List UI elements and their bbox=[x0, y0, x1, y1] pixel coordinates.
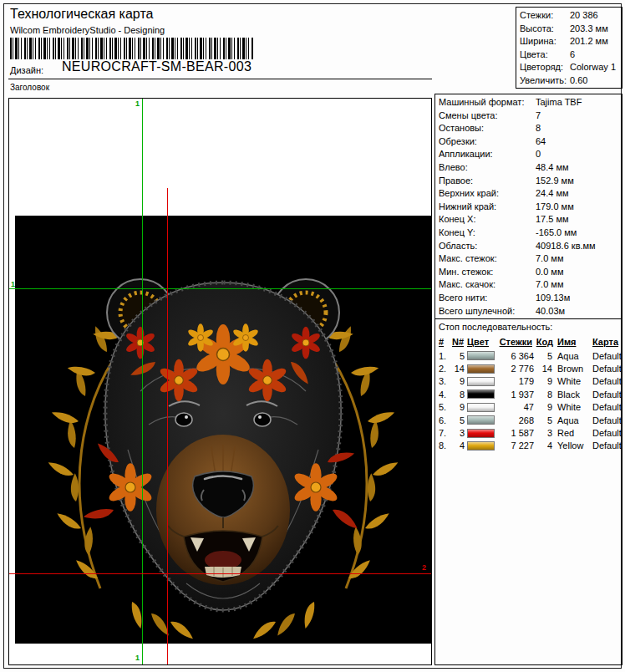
summary-label: Увеличить: bbox=[520, 74, 567, 88]
machine-info-row: Мин. стежок: 0.0 мм bbox=[435, 266, 622, 279]
stop-table-row: 3. 9 179 9 White Default bbox=[435, 375, 622, 388]
col-name: Имя bbox=[554, 337, 589, 347]
thread-name: Brown bbox=[554, 364, 589, 374]
machine-info-row: Влево: 48.4 мм bbox=[435, 161, 622, 175]
summary-label: Стежки: bbox=[520, 9, 553, 23]
machine-info-label: Обрезки: bbox=[439, 135, 477, 149]
thread-color-swatch bbox=[467, 389, 495, 399]
thread-chart: Default bbox=[589, 376, 622, 386]
start-marker-left: 1 bbox=[11, 281, 15, 288]
machine-info-row: Область: 40918.6 кв.мм bbox=[435, 240, 622, 253]
machine-info-row: Смены цвета: 7 bbox=[435, 109, 622, 123]
app-subtitle: Wilcom EmbroideryStudio - Designing bbox=[10, 25, 165, 35]
stop-code: 8 bbox=[537, 389, 554, 400]
start-guide-vertical bbox=[142, 99, 143, 664]
barcode bbox=[10, 38, 254, 59]
thread-chart: Default bbox=[589, 428, 622, 438]
stop-index: 4. bbox=[439, 389, 452, 400]
col-stitches: Стежки bbox=[500, 337, 537, 347]
thread-color-swatch bbox=[467, 403, 495, 412]
stop-code: 4 bbox=[537, 440, 554, 451]
end-guide-vertical bbox=[167, 188, 168, 664]
header-caption: Заголовок bbox=[10, 83, 49, 92]
machine-info-value: 7.0 мм bbox=[536, 278, 563, 292]
end-guide-horizontal bbox=[9, 573, 431, 574]
summary-value: Colorway 1 bbox=[570, 61, 616, 74]
machine-info-label: Аппликации: bbox=[439, 148, 493, 161]
machine-info-list: Машинный формат: Tajima TBF Смены цвета:… bbox=[435, 96, 622, 318]
col-color: Цвет bbox=[467, 337, 499, 347]
thread-name: Aqua bbox=[554, 351, 589, 361]
thread-chart: Default bbox=[589, 440, 622, 451]
machine-info-label: Макс. скачок: bbox=[439, 278, 495, 292]
design-summary-box: Стежки: 20 386 Высота: 203.3 мм Ширина: … bbox=[516, 7, 622, 89]
stop-stitches: 6 364 bbox=[499, 351, 537, 361]
stop-needle: 3 bbox=[452, 428, 467, 438]
machine-info-row: Всего шпулечной: 40.03м bbox=[435, 305, 622, 318]
machine-info-label: Правое: bbox=[439, 175, 473, 188]
thread-name: Black bbox=[554, 389, 589, 400]
stop-code: 3 bbox=[537, 428, 554, 438]
machine-info-row: Остановы: 8 bbox=[435, 122, 622, 135]
machine-info-value: 40918.6 кв.мм bbox=[536, 240, 596, 253]
stop-needle: 5 bbox=[452, 351, 467, 361]
col-map: Карта bbox=[589, 337, 622, 347]
machine-info-label: Верхних край: bbox=[439, 187, 499, 201]
thread-chart: Default bbox=[589, 364, 622, 374]
summary-label: Высота: bbox=[520, 23, 554, 36]
machine-info-value: 17.5 мм bbox=[536, 213, 569, 227]
thread-color-swatch bbox=[467, 415, 495, 425]
stop-needle: 5 bbox=[452, 415, 467, 425]
stop-table-row: 7. 3 1 587 3 Red Default bbox=[435, 426, 622, 439]
stop-table-row: 2. 14 2 776 14 Brown Default bbox=[435, 362, 622, 374]
stop-index: 6. bbox=[439, 415, 452, 425]
stop-table-row: 8. 4 7 227 4 Yellow Default bbox=[435, 440, 622, 452]
machine-info-value: 48.4 мм bbox=[536, 161, 569, 175]
machine-info-row: Всего нити: 109.13м bbox=[435, 292, 622, 305]
thread-name: Red bbox=[554, 428, 589, 438]
machine-info-row: Конец X: 17.5 мм bbox=[435, 213, 622, 227]
thread-chart: Default bbox=[589, 402, 622, 412]
stop-stitches: 268 bbox=[499, 415, 537, 425]
machine-info-value: 64 bbox=[536, 135, 546, 149]
end-marker: 2 bbox=[422, 564, 426, 572]
machine-info-value: 7 bbox=[536, 109, 541, 123]
stop-table-row: 1. 5 6 364 5 Aqua Default bbox=[435, 349, 622, 362]
machine-info-value: 179.0 мм bbox=[536, 201, 574, 214]
machine-info-label: Остановы: bbox=[439, 122, 484, 135]
stop-table-row: 4. 8 1 937 8 Black Default bbox=[435, 388, 622, 400]
machine-info-label: Всего шпулечной: bbox=[439, 305, 515, 318]
machine-info-row: Аппликации: 0 bbox=[435, 148, 622, 161]
machine-info-row: Правое: 152.9 мм bbox=[435, 175, 622, 188]
summary-label: Цветоряд: bbox=[520, 61, 563, 74]
machine-info-label: Мин. стежок: bbox=[439, 266, 493, 279]
thread-name: White bbox=[554, 376, 589, 386]
machine-info-label: Конец Y: bbox=[439, 227, 475, 240]
machine-info-label: Конец X: bbox=[439, 213, 475, 227]
thread-name: Yellow bbox=[554, 440, 589, 451]
col-code: Код bbox=[536, 337, 554, 347]
thread-chart: Default bbox=[589, 415, 622, 425]
machine-info-row: Верхних край: 24.4 мм bbox=[435, 187, 622, 201]
stop-code: 9 bbox=[537, 402, 554, 412]
machine-info-value: 0.0 мм bbox=[536, 266, 563, 279]
header-divider bbox=[8, 79, 432, 79]
stop-stitches: 1 587 bbox=[499, 428, 537, 438]
thread-color-swatch bbox=[467, 351, 495, 360]
stop-needle: 9 bbox=[452, 376, 467, 386]
summary-label: Ширина: bbox=[520, 35, 556, 48]
stop-needle: 8 bbox=[452, 389, 467, 400]
thread-color-swatch bbox=[467, 429, 495, 438]
summary-row: Стежки: 20 386 bbox=[516, 9, 622, 23]
machine-info-label: Смены цвета: bbox=[439, 109, 498, 123]
design-label: Дизайн: bbox=[10, 65, 43, 75]
stop-stitches: 47 bbox=[499, 402, 537, 412]
thread-name: Aqua bbox=[554, 415, 589, 425]
machine-info-row: Машинный формат: Tajima TBF bbox=[435, 96, 622, 109]
start-marker-bottom: 1 bbox=[135, 654, 140, 662]
stop-sequence-divider bbox=[435, 318, 622, 319]
machine-info-label: Всего нити: bbox=[439, 292, 487, 305]
summary-row: Увеличить: 0.60 bbox=[516, 74, 622, 88]
summary-value: 203.3 мм bbox=[570, 23, 608, 36]
machine-info-row: Макс. скачок: 7.0 мм bbox=[435, 278, 622, 292]
